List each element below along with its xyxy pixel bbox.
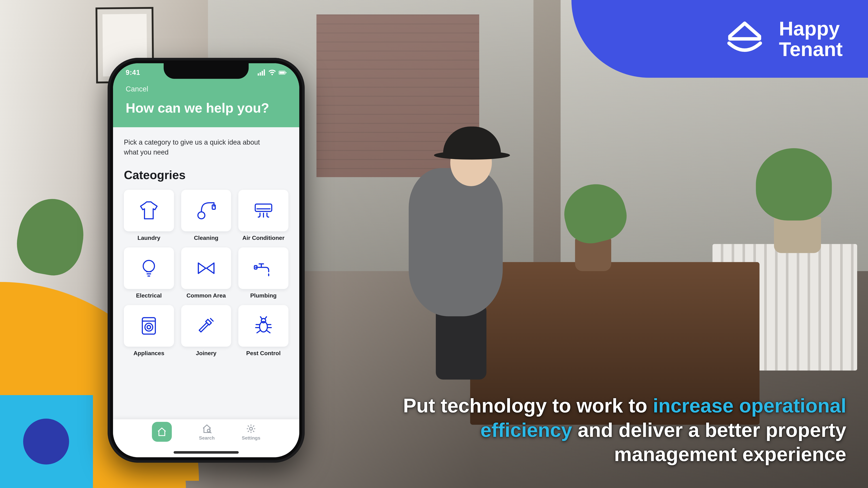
brand-line1: Happy	[779, 18, 843, 39]
bulb-icon	[138, 257, 160, 279]
category-item-ac[interactable]: Air Conditioner	[238, 190, 288, 241]
battery-icon	[279, 69, 287, 76]
status-time: 9:41	[126, 69, 140, 76]
decor-navy-dot	[23, 419, 69, 464]
app-body: Pick a category to give us a quick idea …	[113, 127, 299, 403]
svg-rect-1	[260, 72, 261, 75]
svg-rect-5	[279, 72, 285, 74]
app-title: How can we help you?	[126, 100, 287, 116]
tab-settings[interactable]: Settings	[242, 424, 260, 441]
svg-point-7	[198, 212, 205, 219]
gear-icon	[246, 424, 256, 434]
category-item-pest[interactable]: Pest Control	[238, 305, 288, 357]
category-item-laundry[interactable]: Laundry	[124, 190, 174, 241]
category-label: Pest Control	[238, 350, 288, 357]
svg-point-23	[250, 427, 252, 430]
tagline-post: and deliver a better property management…	[572, 419, 846, 465]
brand-line2: Tenant	[779, 39, 843, 60]
bg-pot	[774, 217, 821, 253]
category-item-appliances[interactable]: Appliances	[124, 305, 174, 357]
bg-plant	[756, 148, 832, 221]
svg-point-20	[261, 319, 266, 323]
tagline-pre: Put technology to work to	[403, 394, 653, 417]
phone-notch	[164, 63, 249, 79]
vacuum-icon	[195, 200, 217, 221]
phone-mockup: 9:41 Cancel How can we help you? Pick a …	[107, 58, 305, 463]
category-grid: Laundry Cleaning Air Conditioner	[124, 190, 288, 357]
helper-text: Pick a category to give us a quick idea …	[124, 137, 261, 157]
category-item-cleaning[interactable]: Cleaning	[181, 190, 231, 241]
marketing-slide: Happy Tenant Put technology to work to i…	[0, 0, 868, 488]
tab-search[interactable]: Search	[199, 424, 215, 441]
category-item-plumbing[interactable]: Plumbing	[238, 248, 288, 299]
svg-rect-9	[255, 204, 272, 212]
svg-rect-6	[286, 72, 286, 73]
section-heading-categories: Cateogries	[124, 168, 288, 182]
faucet-icon	[253, 257, 274, 279]
category-item-electrical[interactable]: Electrical	[124, 248, 174, 299]
category-label: Laundry	[124, 235, 174, 241]
category-label: Air Conditioner	[238, 235, 288, 241]
svg-rect-3	[264, 69, 265, 75]
hammer-icon	[195, 315, 217, 337]
category-item-common-area[interactable]: Common Area	[181, 248, 231, 299]
marketing-tagline: Put technology to work to increase opera…	[358, 393, 846, 466]
phone-screen: 9:41 Cancel How can we help you? Pick a …	[113, 63, 299, 457]
category-label: Cleaning	[181, 235, 231, 241]
washer-icon	[138, 315, 160, 337]
cancel-button[interactable]: Cancel	[126, 85, 148, 93]
tab-home[interactable]	[152, 424, 172, 443]
wifi-icon	[268, 69, 276, 76]
brand-name: Happy Tenant	[779, 18, 843, 60]
category-label: Electrical	[124, 292, 174, 299]
category-label: Common Area	[181, 292, 231, 299]
bg-pot	[575, 238, 611, 271]
svg-rect-0	[258, 73, 259, 75]
bug-icon	[253, 315, 274, 337]
svg-point-17	[147, 326, 151, 329]
category-item-joinery[interactable]: Joinery	[181, 305, 231, 357]
status-icons	[258, 69, 287, 76]
bg-person	[398, 105, 524, 385]
ac-icon	[253, 200, 274, 221]
svg-point-16	[145, 323, 153, 331]
signal-icon	[258, 69, 266, 76]
tshirt-icon	[138, 200, 160, 221]
svg-rect-2	[262, 71, 263, 75]
search-house-icon	[202, 424, 212, 434]
house-icon	[723, 17, 766, 61]
category-label: Plumbing	[238, 292, 288, 299]
home-icon	[157, 427, 167, 437]
brand-badge: Happy Tenant	[571, 0, 868, 78]
category-label: Joinery	[181, 350, 231, 357]
svg-point-11	[143, 260, 154, 272]
category-label: Appliances	[124, 350, 174, 357]
tab-label: Search	[199, 435, 215, 441]
home-indicator	[174, 451, 239, 454]
tab-label: Settings	[242, 435, 260, 441]
bowtie-icon	[195, 257, 217, 279]
